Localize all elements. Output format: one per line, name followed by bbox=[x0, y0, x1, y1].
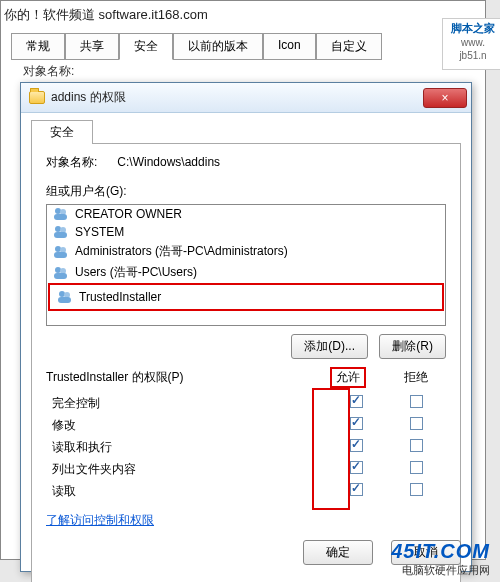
side-badge-line2: www. bbox=[449, 36, 497, 50]
deny-checkbox[interactable] bbox=[410, 483, 423, 496]
list-item[interactable]: CREATOR OWNER bbox=[47, 205, 445, 223]
background-tabs: 常规 共享 安全 以前的版本 Icon 自定义 bbox=[11, 33, 382, 60]
users-listbox[interactable]: CREATOR OWNER SYSTEM Administrators (浩哥-… bbox=[46, 204, 446, 326]
bg-object-name-label: 对象名称: bbox=[23, 63, 74, 80]
list-item[interactable]: SYSTEM bbox=[47, 223, 445, 241]
svg-rect-5 bbox=[54, 232, 67, 238]
user-group-icon bbox=[53, 245, 69, 259]
brand-big: 45IT.COM bbox=[391, 540, 490, 563]
side-badge-line3: jb51.n bbox=[449, 49, 497, 63]
dialog-titlebar: addins 的权限 × bbox=[21, 83, 471, 113]
ok-button[interactable]: 确定 bbox=[303, 540, 373, 565]
perm-row: 读取和执行 bbox=[46, 436, 446, 458]
user-group-icon bbox=[53, 266, 69, 280]
allow-checkbox[interactable] bbox=[350, 461, 363, 474]
tab-security[interactable]: 安全 bbox=[31, 120, 93, 144]
remove-button[interactable]: 删除(R) bbox=[379, 334, 446, 359]
list-item-label: CREATOR OWNER bbox=[75, 207, 182, 221]
bg-tab-sharing[interactable]: 共享 bbox=[65, 33, 119, 60]
deny-checkbox[interactable] bbox=[410, 417, 423, 430]
watermark-text: 你的！软件频道 software.it168.com bbox=[4, 6, 208, 24]
allow-checkbox[interactable] bbox=[350, 417, 363, 430]
group-users-label: 组或用户名(G): bbox=[46, 183, 446, 200]
deny-checkbox[interactable] bbox=[410, 395, 423, 408]
perm-row: 修改 bbox=[46, 414, 446, 436]
object-name-row: 对象名称: C:\Windows\addins bbox=[46, 154, 446, 171]
deny-header: 拒绝 bbox=[404, 369, 428, 386]
perm-name: 修改 bbox=[46, 417, 326, 434]
list-item-label: TrustedInstaller bbox=[79, 290, 161, 304]
deny-checkbox[interactable] bbox=[410, 439, 423, 452]
list-item-label: SYSTEM bbox=[75, 225, 124, 239]
side-badge-line1: 脚本之家 bbox=[449, 21, 497, 36]
object-name-value: C:\Windows\addins bbox=[117, 155, 220, 169]
close-button[interactable]: × bbox=[423, 88, 467, 108]
svg-point-0 bbox=[55, 208, 61, 214]
list-item[interactable]: Users (浩哥-PC\Users) bbox=[47, 262, 445, 283]
allow-checkbox[interactable] bbox=[350, 483, 363, 496]
bg-tab-security[interactable]: 安全 bbox=[119, 33, 173, 60]
svg-rect-8 bbox=[54, 252, 67, 258]
perm-row: 读取 bbox=[46, 480, 446, 502]
perm-row: 完全控制 bbox=[46, 392, 446, 414]
dialog-body: 安全 对象名称: C:\Windows\addins 组或用户名(G): CRE… bbox=[21, 113, 471, 571]
perm-name: 完全控制 bbox=[46, 395, 326, 412]
permissions-list: 完全控制 修改 读取和执行 列出文件夹内容 bbox=[46, 392, 446, 502]
permissions-for-label: TrustedInstaller 的权限(P) bbox=[46, 370, 184, 384]
add-remove-row: 添加(D)... 删除(R) bbox=[46, 334, 446, 359]
side-badge: 脚本之家 www. jb51.n bbox=[442, 18, 500, 70]
bg-tab-customize[interactable]: 自定义 bbox=[316, 33, 382, 60]
bg-tab-previous-versions[interactable]: 以前的版本 bbox=[173, 33, 263, 60]
svg-rect-14 bbox=[58, 297, 71, 303]
learn-link-row: 了解访问控制和权限 bbox=[46, 512, 446, 529]
svg-point-9 bbox=[55, 267, 61, 273]
perm-name: 读取和执行 bbox=[46, 439, 326, 456]
learn-access-control-link[interactable]: 了解访问控制和权限 bbox=[46, 513, 154, 527]
brand-watermark: 45IT.COM 电脑软硬件应用网 bbox=[391, 540, 490, 578]
brand-sub: 电脑软硬件应用网 bbox=[391, 563, 490, 578]
user-group-icon bbox=[53, 207, 69, 221]
allow-checkbox[interactable] bbox=[350, 439, 363, 452]
list-item-label: Users (浩哥-PC\Users) bbox=[75, 264, 197, 281]
security-panel: 对象名称: C:\Windows\addins 组或用户名(G): CREATO… bbox=[31, 143, 461, 582]
user-group-icon bbox=[53, 225, 69, 239]
svg-point-3 bbox=[55, 226, 61, 232]
list-item-label: Administrators (浩哥-PC\Administrators) bbox=[75, 243, 288, 260]
bg-tab-icon[interactable]: Icon bbox=[263, 33, 316, 60]
allow-header: 允许 bbox=[332, 369, 364, 386]
permissions-dialog: addins 的权限 × 安全 对象名称: C:\Windows\addins … bbox=[20, 82, 472, 572]
add-button[interactable]: 添加(D)... bbox=[291, 334, 368, 359]
perm-row: 列出文件夹内容 bbox=[46, 458, 446, 480]
folder-icon bbox=[29, 91, 45, 104]
perm-name: 列出文件夹内容 bbox=[46, 461, 326, 478]
svg-point-6 bbox=[55, 246, 61, 252]
allow-checkbox[interactable] bbox=[350, 395, 363, 408]
svg-point-12 bbox=[59, 291, 65, 297]
bg-tab-general[interactable]: 常规 bbox=[11, 33, 65, 60]
svg-rect-11 bbox=[54, 273, 67, 279]
perm-name: 读取 bbox=[46, 483, 326, 500]
object-name-label: 对象名称: bbox=[46, 154, 114, 171]
permissions-header-row: TrustedInstaller 的权限(P) 允许 拒绝 bbox=[46, 369, 446, 386]
list-item-trustedinstaller[interactable]: TrustedInstaller bbox=[51, 286, 441, 308]
deny-checkbox[interactable] bbox=[410, 461, 423, 474]
dialog-title: addins 的权限 bbox=[51, 89, 423, 106]
svg-rect-2 bbox=[54, 214, 67, 220]
user-group-icon bbox=[57, 290, 73, 304]
list-item[interactable]: Administrators (浩哥-PC\Administrators) bbox=[47, 241, 445, 262]
